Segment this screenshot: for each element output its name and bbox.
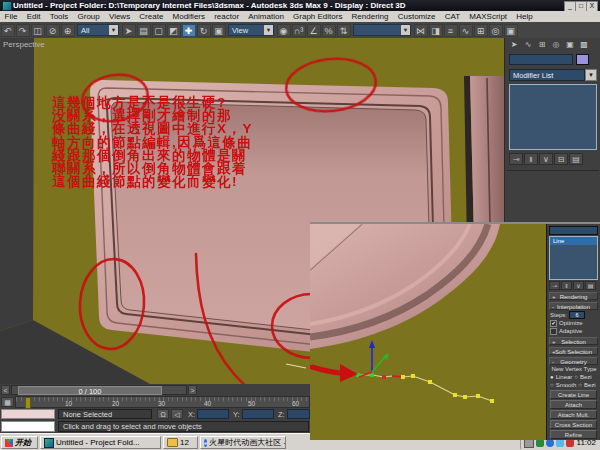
bind-spacewarp-icon[interactable]: ⊕ <box>61 24 75 37</box>
make-unique-icon[interactable]: ∨ <box>539 153 553 165</box>
start-button[interactable]: 开始 <box>1 436 38 449</box>
tab-motion-icon[interactable]: ◎ <box>549 39 563 51</box>
checkbox-checked-icon: ✔ <box>550 320 557 327</box>
modifier-stack[interactable] <box>509 84 597 150</box>
z-coord-field[interactable] <box>287 409 310 419</box>
remove-modifier-icon[interactable]: ⊟ <box>554 153 568 165</box>
previous-frame-button[interactable]: < <box>1 385 10 395</box>
menu-edit[interactable]: Edit <box>22 12 45 21</box>
steps-label: Steps: <box>550 312 567 319</box>
status-row-prompt: Click and drag to select and move object… <box>0 420 310 433</box>
select-and-move-icon[interactable]: ✚ <box>182 24 196 37</box>
task-label: 12 <box>180 438 189 447</box>
align-icon[interactable]: ◨ <box>429 24 443 37</box>
x-coord-field[interactable] <box>197 409 229 419</box>
redo-icon[interactable]: ↷ <box>16 24 30 37</box>
modifier-list-arrow[interactable]: ▼ <box>585 69 597 81</box>
undo-icon[interactable]: ↶ <box>1 24 15 37</box>
taskbar-item-folder[interactable]: 12 <box>163 436 198 449</box>
show-end-result-icon: ‖ <box>561 281 572 290</box>
pin-stack-icon[interactable]: ⊸ <box>509 153 523 165</box>
schematic-view-icon[interactable]: ⊞ <box>474 24 488 37</box>
named-selection-dropdown[interactable]: ▼ <box>353 24 411 36</box>
select-link-icon[interactable]: ◫ <box>31 24 45 37</box>
folder-icon <box>167 438 178 447</box>
rectangular-selection-icon[interactable]: ▢ <box>152 24 166 37</box>
taskbar-item-3dsmax[interactable]: Untitled - Project Fold... <box>40 436 161 449</box>
object-color-swatch[interactable] <box>576 54 589 65</box>
absolute-offset-mode-icon[interactable]: ◁ <box>171 409 183 419</box>
crossing-selection-icon[interactable]: ◩ <box>167 24 181 37</box>
annotation-text: 這幾個地方是不是很生硬? 没關系，選擇剛才繪制的那 條曲綫，在透視圖中進行X，Y… <box>52 96 322 188</box>
tab-utilities-icon[interactable]: ▩ <box>577 39 591 51</box>
select-and-scale-icon[interactable]: ▣ <box>212 24 226 37</box>
menu-reactor[interactable]: reactor <box>210 12 244 21</box>
title-bar: Untitled - Project Folder: D:\Temporary … <box>0 0 600 11</box>
vertex-option-bezier-corner: Bezi <box>584 382 596 389</box>
selection-filter-dropdown[interactable]: All ▼ <box>77 24 119 36</box>
frame-tick: 50 <box>248 400 255 407</box>
select-and-rotate-icon[interactable]: ↻ <box>197 24 211 37</box>
menu-group[interactable]: Group <box>73 12 104 21</box>
radio-off-icon: ○ <box>550 382 554 389</box>
menu-modifiers[interactable]: Modifiers <box>168 12 210 21</box>
y-coord-field[interactable] <box>242 409 274 419</box>
task-label: 火星时代动画大社区 - ... <box>209 437 286 448</box>
selection-status: None Selected <box>58 409 152 419</box>
make-unique-icon: ∨ <box>573 281 584 290</box>
inset-modifier-list-dropdown <box>549 226 598 235</box>
snap-toggle-icon[interactable]: ∩³ <box>292 24 306 37</box>
menu-views[interactable]: Views <box>104 12 134 21</box>
taskbar-item-browser[interactable]: e 火星时代动画大社区 - ... <box>200 436 286 449</box>
3dsmax-window: Untitled - Project Folder: D:\Temporary … <box>0 0 600 450</box>
menu-tools[interactable]: Tools <box>45 12 73 21</box>
spinner-snap-icon[interactable]: ⇅ <box>337 24 351 37</box>
chevron-down-icon: ▼ <box>109 25 118 35</box>
curve-editor-icon[interactable]: ∿ <box>459 24 473 37</box>
use-pivot-center-icon[interactable]: ◉ <box>277 24 291 37</box>
menu-file[interactable]: File <box>0 12 22 21</box>
menu-help[interactable]: Help <box>512 12 538 21</box>
attach-mult-button: Attach Mult. <box>550 410 597 419</box>
object-name-field[interactable] <box>509 54 573 65</box>
frame-tick: 10 <box>65 400 72 407</box>
modifier-list-dropdown[interactable]: Modifier List <box>509 69 585 81</box>
menu-customize[interactable]: Customize <box>393 12 440 21</box>
menu-rendering[interactable]: Rendering <box>347 12 393 21</box>
tab-display-icon[interactable]: ▣ <box>563 39 577 51</box>
steps-field: 6 <box>569 311 585 319</box>
menu-animation[interactable]: Animation <box>244 12 289 21</box>
inset-scene <box>310 224 546 440</box>
track-bar-ruler[interactable]: 10 20 30 40 50 60 <box>15 396 310 408</box>
tab-create-icon[interactable]: ➤ <box>507 39 521 51</box>
menu-create[interactable]: Create <box>135 12 168 21</box>
material-editor-icon[interactable]: ◎ <box>489 24 503 37</box>
maxscript-macro-recorder[interactable] <box>1 409 55 419</box>
time-slider-track[interactable]: 0 / 100 <box>11 385 187 395</box>
selection-lock-icon[interactable]: Ω <box>157 409 169 419</box>
next-frame-button[interactable]: > <box>188 385 197 395</box>
mini-curve-editor-icon[interactable]: ▦ <box>1 397 14 407</box>
mirror-icon[interactable]: ⋈ <box>414 24 428 37</box>
show-end-result-icon[interactable]: ‖ <box>524 153 538 165</box>
select-by-name-icon[interactable]: ▤ <box>137 24 151 37</box>
layer-manager-icon[interactable]: ≡ <box>444 24 458 37</box>
select-object-icon[interactable]: ➤ <box>122 24 136 37</box>
x-coord-label: X: <box>188 410 195 419</box>
annotation-line: 條曲綫，在透視圖中進行X，Y <box>52 122 322 135</box>
menu-graph-editors[interactable]: Graph Editors <box>288 12 347 21</box>
menu-cat[interactable]: CAT <box>440 12 465 21</box>
reference-coordinate-dropdown[interactable]: View ▼ <box>228 24 274 36</box>
menu-maxscript[interactable]: MAXScript <box>465 12 512 21</box>
time-slider-thumb[interactable]: 0 / 100 <box>18 386 162 395</box>
percent-snap-icon[interactable]: % <box>322 24 336 37</box>
maxscript-mini-listener[interactable] <box>1 421 55 432</box>
angle-snap-icon[interactable]: ∠ <box>307 24 321 37</box>
configure-modifier-sets-icon[interactable]: ▤ <box>569 153 583 165</box>
tab-hierarchy-icon[interactable]: ⊞ <box>535 39 549 51</box>
tab-modify-icon[interactable]: ∿ <box>521 39 535 51</box>
render-setup-icon[interactable]: ▣ <box>504 24 518 37</box>
viewport-label[interactable]: Perspective <box>3 40 45 49</box>
unlink-icon[interactable]: ⊘ <box>46 24 60 37</box>
frame-tick: 40 <box>204 400 211 407</box>
